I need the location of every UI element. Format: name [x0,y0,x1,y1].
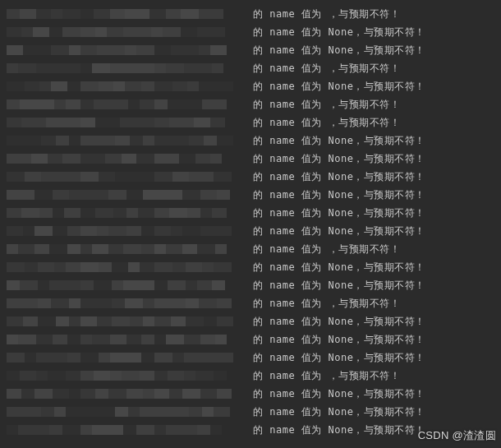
log-message: 的 name 值为 None，与预期不符！ [253,150,425,168]
redacted-prefix [7,113,253,132]
log-line: 的 name 值为 ，与预期不符！ [0,240,501,258]
log-message: 的 name 值为 None，与预期不符！ [253,77,425,95]
log-message: 的 name 值为 ，与预期不符！ [253,113,400,132]
log-message: 的 name 值为 ，与预期不符！ [253,5,400,23]
redacted-prefix [7,59,253,77]
log-message: 的 name 值为 None，与预期不符！ [253,132,425,150]
log-line: 的 name 值为 None，与预期不符！ [0,385,501,403]
log-message: 的 name 值为 None，与预期不符！ [253,276,425,294]
log-line: 的 name 值为 None，与预期不符！ [0,41,501,59]
log-message: 的 name 值为 ，与预期不符！ [253,294,400,312]
redacted-prefix [7,403,253,421]
log-message: 的 name 值为 None，与预期不符！ [253,385,425,403]
log-line: 的 name 值为 None，与预期不符！ [0,150,501,168]
redacted-prefix [7,132,253,150]
log-line: 的 name 值为 None，与预期不符！ [0,258,501,276]
log-message: 的 name 值为 None，与预期不符！ [253,204,425,222]
log-message: 的 name 值为 None，与预期不符！ [253,186,425,204]
redacted-prefix [7,23,253,41]
redacted-prefix [7,312,253,330]
log-line: 的 name 值为 None，与预期不符！ [0,222,501,240]
log-message: 的 name 值为 None，与预期不符！ [253,168,425,186]
log-message: 的 name 值为 ，与预期不符！ [253,59,400,77]
log-message: 的 name 值为 ，与预期不符！ [253,95,400,113]
log-message: 的 name 值为 None，与预期不符！ [253,330,425,349]
redacted-prefix [7,294,253,312]
log-message: 的 name 值为 None，与预期不符！ [253,222,425,240]
log-line: 的 name 值为 None，与预期不符！ [0,23,501,41]
log-line: 的 name 值为 None，与预期不符！ [0,186,501,204]
log-line: 的 name 值为 ，与预期不符！ [0,5,501,23]
redacted-prefix [7,204,253,222]
redacted-prefix [7,421,253,439]
redacted-prefix [7,5,253,23]
watermark-text: CSDN @渣渣圆 [418,428,496,443]
redacted-prefix [7,222,253,240]
log-line: 的 name 值为 ，与预期不符！ [0,59,501,77]
redacted-prefix [7,95,253,113]
log-line: 的 name 值为 None，与预期不符！ [0,312,501,330]
log-message: 的 name 值为 None，与预期不符！ [253,403,425,421]
log-line: 的 name 值为 ，与预期不符！ [0,367,501,385]
redacted-prefix [7,276,253,294]
log-message: 的 name 值为 None，与预期不符！ [253,312,425,330]
log-line: 的 name 值为 None，与预期不符！ [0,132,501,150]
redacted-prefix [7,168,253,186]
redacted-prefix [7,41,253,59]
log-message: 的 name 值为 None，与预期不符！ [253,23,425,41]
redacted-prefix [7,150,253,168]
log-line: 的 name 值为 None，与预期不符！ [0,403,501,421]
console-output: 的 name 值为 ，与预期不符！的 name 值为 None，与预期不符！的 … [0,0,501,444]
log-message: 的 name 值为 None，与预期不符！ [253,258,425,276]
log-message: 的 name 值为 None，与预期不符！ [253,41,425,59]
redacted-prefix [7,385,253,403]
redacted-prefix [7,330,253,349]
log-line: 的 name 值为 None，与预期不符！ [0,276,501,294]
log-line: 的 name 值为 ，与预期不符！ [0,95,501,113]
redacted-prefix [7,258,253,276]
log-line: 的 name 值为 ，与预期不符！ [0,294,501,312]
redacted-prefix [7,367,253,385]
log-line: 的 name 值为 None，与预期不符！ [0,204,501,222]
redacted-prefix [7,186,253,204]
redacted-prefix [7,77,253,95]
log-message: 的 name 值为 ，与预期不符！ [253,367,400,385]
log-line: 的 name 值为 None，与预期不符！ [0,168,501,186]
redacted-prefix [7,349,253,367]
log-line: 的 name 值为 None，与预期不符！ [0,349,501,367]
log-line: 的 name 值为 None，与预期不符！ [0,330,501,349]
log-line: 的 name 值为 ，与预期不符！ [0,113,501,132]
log-message: 的 name 值为 ，与预期不符！ [253,240,400,258]
log-line: 的 name 值为 None，与预期不符！ [0,77,501,95]
log-message: 的 name 值为 None，与预期不符！ [253,349,425,367]
log-message: 的 name 值为 None，与预期不符！ [253,421,425,439]
redacted-prefix [7,240,253,258]
